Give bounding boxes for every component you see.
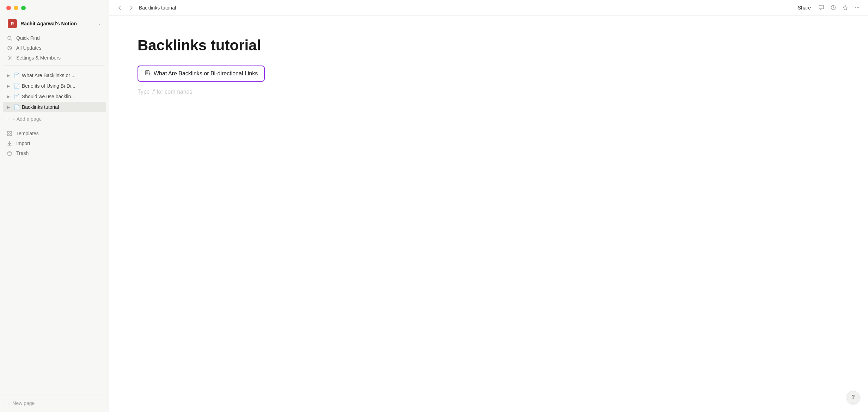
svg-line-1 xyxy=(11,39,12,40)
traffic-light-close[interactable] xyxy=(6,6,11,10)
svg-rect-9 xyxy=(10,134,12,136)
sidebar: R Rachit Agarwal's Notion ⌄ Quick Find xyxy=(0,0,109,412)
backlink-block[interactable]: What Are Backlinks or Bi-directional Lin… xyxy=(137,65,265,82)
titlebar xyxy=(0,0,109,15)
trash-label: Trash xyxy=(16,150,29,156)
workspace-avatar: R xyxy=(8,19,17,28)
page-label: What Are Backlinks or ... xyxy=(22,73,103,78)
svg-rect-6 xyxy=(7,131,9,133)
sidebar-nav: Quick Find All Updates Settings & Member… xyxy=(0,32,109,64)
svg-line-4 xyxy=(10,48,11,49)
svg-rect-12 xyxy=(8,152,11,155)
svg-rect-17 xyxy=(819,5,824,9)
svg-marker-21 xyxy=(843,5,848,10)
backlink-text: What Are Backlinks or Bi-directional Lin… xyxy=(154,70,258,77)
backlink-page-icon xyxy=(145,70,151,77)
sidebar-item-trash[interactable]: Trash xyxy=(3,148,106,158)
help-button[interactable]: ? xyxy=(847,391,860,404)
svg-line-20 xyxy=(833,8,834,8)
svg-point-23 xyxy=(857,7,858,8)
sidebar-page-backlinks-tutorial[interactable]: ▶ 📄 Backlinks tutorial xyxy=(3,102,106,112)
sidebar-item-label: All Updates xyxy=(16,45,42,51)
topbar-actions: Share xyxy=(794,2,862,13)
workspace-header[interactable]: R Rachit Agarwal's Notion ⌄ xyxy=(3,17,106,30)
history-button[interactable] xyxy=(828,2,838,13)
chevron-icon: ▶ xyxy=(6,73,11,78)
page-icon: 📄 xyxy=(13,93,20,100)
page-icon: 📄 xyxy=(13,104,20,110)
sidebar-item-label: Quick Find xyxy=(16,35,40,41)
import-label: Import xyxy=(16,141,30,146)
main-area: Backlinks tutorial Share xyxy=(109,0,868,412)
page-icon: 📄 xyxy=(13,83,20,89)
svg-point-5 xyxy=(9,57,10,58)
share-button[interactable]: Share xyxy=(794,3,814,12)
more-options-button[interactable] xyxy=(852,2,862,13)
sidebar-item-settings[interactable]: Settings & Members xyxy=(3,53,106,63)
sidebar-page-benefits[interactable]: ▶ 📄 Benefits of Using Bi-Di... xyxy=(3,81,106,91)
sidebar-page-should-we-use[interactable]: ▶ 📄 Should we use backlin... xyxy=(3,91,106,102)
share-label: Share xyxy=(798,5,811,11)
trash-icon xyxy=(6,150,13,156)
chevron-icon: ▶ xyxy=(6,94,11,99)
templates-label: Templates xyxy=(16,131,39,136)
topbar-nav xyxy=(115,3,136,13)
gear-icon xyxy=(6,55,13,61)
sidebar-page-what-are-backlinks[interactable]: ▶ 📄 What Are Backlinks or ... xyxy=(3,70,106,81)
chevron-icon: ▶ xyxy=(6,104,11,110)
page-label: Should we use backlin... xyxy=(22,94,103,99)
svg-point-0 xyxy=(8,36,11,39)
page-title: Backlinks tutorial xyxy=(137,37,840,54)
topbar: Backlinks tutorial Share xyxy=(109,0,868,15)
new-page-button[interactable]: + New page xyxy=(3,397,106,409)
traffic-light-minimize[interactable] xyxy=(14,6,18,10)
clock-icon xyxy=(6,45,13,51)
plus-icon: + xyxy=(6,400,10,406)
sidebar-item-import[interactable]: Import xyxy=(3,138,106,148)
page-label: Backlinks tutorial xyxy=(22,104,103,110)
traffic-light-fullscreen[interactable] xyxy=(21,6,26,10)
add-page-button[interactable]: + + Add a page xyxy=(3,114,106,124)
add-page-label: + Add a page xyxy=(12,116,42,122)
search-icon xyxy=(6,35,13,41)
chevron-icon: ▶ xyxy=(6,83,11,89)
page-icon: 📄 xyxy=(13,72,20,79)
plus-icon: + xyxy=(6,116,10,122)
sidebar-bottom: + New page xyxy=(0,394,109,412)
sidebar-pages: ▶ 📄 What Are Backlinks or ... ▶ 📄 Benefi… xyxy=(0,67,109,114)
sidebar-divider xyxy=(4,65,105,66)
new-page-label: New page xyxy=(12,400,35,406)
svg-point-24 xyxy=(858,7,859,8)
placeholder-text[interactable]: Type '/' for commands xyxy=(137,89,840,95)
workspace-chevron-icon: ⌄ xyxy=(98,21,101,26)
topbar-title: Backlinks tutorial xyxy=(139,5,791,11)
templates-icon xyxy=(6,130,13,137)
page-content: Backlinks tutorial What Are Backlinks or… xyxy=(109,15,868,412)
svg-point-22 xyxy=(855,7,856,8)
workspace-name: Rachit Agarwal's Notion xyxy=(20,21,94,26)
sidebar-item-templates[interactable]: Templates xyxy=(3,129,106,138)
back-button[interactable] xyxy=(115,3,125,13)
sidebar-item-all-updates[interactable]: All Updates xyxy=(3,43,106,53)
sidebar-item-quick-find[interactable]: Quick Find xyxy=(3,33,106,43)
svg-rect-8 xyxy=(7,134,9,136)
comment-button[interactable] xyxy=(816,2,826,13)
forward-button[interactable] xyxy=(126,3,136,13)
sidebar-item-label: Settings & Members xyxy=(16,55,61,61)
import-icon xyxy=(6,140,13,146)
page-label: Benefits of Using Bi-Di... xyxy=(22,83,103,89)
sidebar-footer: Templates Import xyxy=(0,126,109,161)
svg-rect-7 xyxy=(10,131,12,133)
favorite-button[interactable] xyxy=(840,2,850,13)
